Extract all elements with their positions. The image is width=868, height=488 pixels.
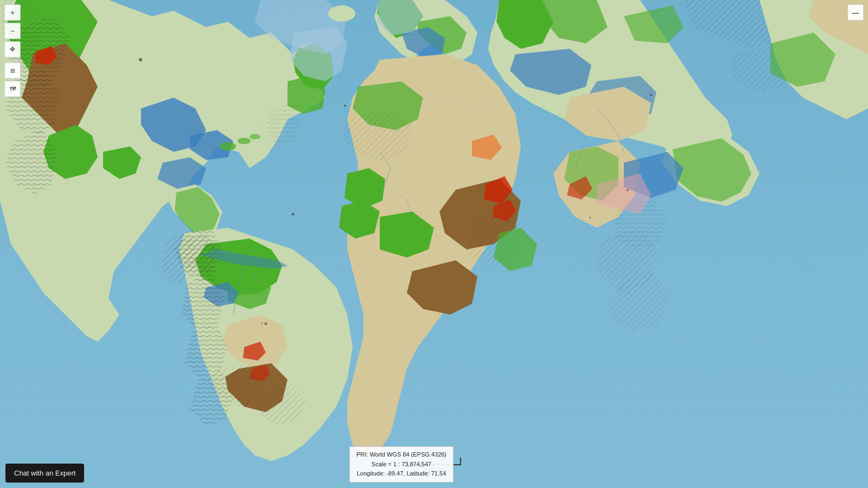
svg-point-13 — [344, 105, 346, 107]
map-container[interactable]: + + + + − ✥ ⊞ 🗺 — 2000 km PRI: W — [0, 0, 868, 488]
svg-text:+: + — [260, 320, 264, 326]
svg-point-4 — [238, 138, 251, 144]
collapse-button[interactable]: — — [847, 4, 864, 21]
svg-point-11 — [292, 213, 295, 216]
svg-point-10 — [139, 58, 142, 61]
zoom-in-button[interactable]: + — [4, 4, 21, 21]
svg-point-3 — [220, 142, 236, 151]
layers-button[interactable]: ⊞ — [4, 62, 21, 79]
projection-name: PRI: World WGS 84 (EPSG:4326) — [356, 450, 446, 460]
svg-point-6 — [328, 5, 355, 22]
basemap-button[interactable]: 🗺 — [4, 81, 21, 97]
zoom-out-button[interactable]: − — [4, 23, 21, 39]
layers-icon: ⊞ — [10, 67, 15, 74]
svg-text:+: + — [626, 187, 629, 194]
pan-button[interactable]: ✥ — [4, 41, 21, 57]
chat-with-expert-button[interactable]: Chat with an Expert — [5, 464, 84, 483]
toolbar-separator — [4, 60, 21, 60]
left-toolbar: + − ✥ ⊞ 🗺 — [4, 4, 21, 97]
projection-info: PRI: World WGS 84 (EPSG:4326) Scale = 1 … — [349, 446, 454, 483]
pan-icon: ✥ — [10, 46, 15, 53]
map-canvas: + + + — [0, 0, 868, 488]
svg-text:+: + — [589, 215, 592, 221]
scale-info: Scale = 1 : 73,874,547 — [356, 460, 446, 470]
coordinates-info: Longitude: -89.47, Latitude: 71.54 — [356, 469, 446, 479]
svg-point-5 — [250, 134, 260, 139]
svg-point-12 — [265, 323, 267, 325]
basemap-icon: 🗺 — [10, 86, 16, 92]
svg-point-14 — [650, 94, 652, 96]
collapse-icon: — — [852, 9, 859, 17]
